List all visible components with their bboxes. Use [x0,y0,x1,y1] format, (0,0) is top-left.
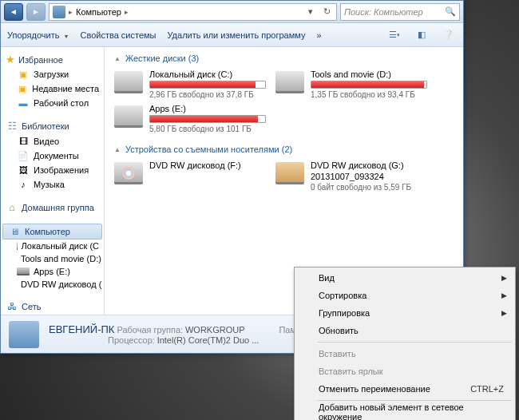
sidebar-homegroup[interactable]: ⌂Домашняя группа [1,200,104,216]
desktop-icon: ▬ [17,97,30,109]
ctx-group[interactable]: Группировка▶ [296,304,513,322]
computer-icon: 🖥 [8,226,21,237]
system-properties-button[interactable]: Свойства системы [80,30,156,40]
ctx-paste-shortcut: Вставить ярлык [296,363,513,380]
drive-icon [17,242,18,250]
view-options-icon[interactable]: ☰▾ [386,27,402,43]
drive-label: DVD RW дисковод (G:) [311,160,427,170]
address-bar[interactable]: ▸ Компьютер ▸ ▾ ↻ [49,3,337,21]
section-hard-drives[interactable]: ▲Жесткие диски (3) [114,53,454,63]
usage-bar [311,81,427,89]
drive-d[interactable]: Tools and movie (D:) 1,35 ГБ свободно из… [275,69,427,99]
usage-bar [149,81,266,89]
sidebar-libraries[interactable]: ☷Библиотеки [1,118,104,134]
sidebar-item-drive-d[interactable]: Tools and movie (D:) [1,252,104,265]
details-computer-name: ЕВГЕНИЙ-ПК [49,323,114,335]
toolbar-overflow[interactable]: » [316,30,321,40]
refresh-icon[interactable]: ↻ [320,6,333,17]
search-input[interactable]: Поиск: Компьютер 🔍 [340,3,460,21]
submenu-arrow-icon: ▶ [501,309,507,317]
help-icon[interactable]: ❔ [441,27,457,43]
search-placeholder: Поиск: Компьютер [344,7,423,17]
computer-icon [9,321,39,348]
homegroup-icon: ⌂ [6,201,18,214]
separator [317,400,512,401]
section-removable[interactable]: ▲Устройства со съемными носителями (2) [114,145,454,154]
submenu-arrow-icon: ▶ [501,274,507,282]
folder-icon: ▣ [17,69,30,80]
context-menu: Вид▶ Сортировка▶ Группировка▶ Обновить В… [294,267,516,420]
back-button[interactable]: ◄ [4,3,23,21]
ctx-undo-rename[interactable]: Отменить переименованиеCTRL+Z [296,380,513,398]
sidebar-item-drive-c[interactable]: Локальный диск (C [1,240,104,252]
sidebar-item-videos[interactable]: 🎞Видео [1,134,104,149]
drive-free-text: 2,96 ГБ свободно из 37,8 ГБ [149,90,266,99]
sidebar-item-drive-e[interactable]: Apps (E:) [1,265,104,278]
drive-f[interactable]: DVD RW дисковод (F:) [114,160,266,192]
drive-free-text: 5,80 ГБ свободно из 101 ГБ [149,125,266,133]
video-icon: 🎞 [17,136,30,147]
ctx-refresh[interactable]: Обновить [296,322,513,339]
document-icon: 📄 [17,150,30,161]
picture-icon: 🖼 [17,164,30,176]
sidebar-network[interactable]: 🖧Сеть [1,299,104,315]
ctx-paste: Вставить [296,345,513,363]
sidebar-item-pictures[interactable]: 🖼Изображения [1,163,104,177]
drive-label: Apps (E:) [149,104,266,113]
dvd-icon [114,162,143,184]
address-dropdown[interactable]: ▾ [304,6,317,17]
chevron-right-icon: ▸ [125,8,129,16]
collapse-icon: ▲ [114,146,121,153]
drive-free-text: 1,35 ГБ свободно из 93,4 ГБ [311,90,427,99]
usage-bar [149,115,266,123]
folder-icon: ▣ [17,83,28,94]
libraries-icon: ☷ [6,120,18,133]
submenu-arrow-icon: ▶ [501,291,507,299]
music-icon: ♪ [17,179,30,190]
uninstall-program-button[interactable]: Удалить или изменить программу [167,30,305,40]
drive-e[interactable]: Apps (E:) 5,80 ГБ свободно из 101 ГБ [114,104,266,133]
dvd-box-icon [275,162,304,184]
drive-label: Локальный диск (C:) [149,69,266,79]
sidebar: ★Избранное ▣Загрузки ▣Недавние места ▬Ра… [1,47,105,315]
ctx-sort[interactable]: Сортировка▶ [296,287,513,304]
drive-free-text: 0 байт свободно из 5,59 ГБ [311,183,427,192]
ctx-view[interactable]: Вид▶ [296,269,513,287]
address-text: Компьютер [76,7,121,17]
sidebar-item-downloads[interactable]: ▣Загрузки [1,67,104,81]
drive-sublabel: 20131007_093324 [311,172,427,181]
drive-icon [275,71,304,93]
drive-g[interactable]: DVD RW дисковод (G:) 20131007_093324 0 б… [275,160,427,192]
drive-icon [114,105,143,128]
drive-icon [114,71,143,93]
drive-icon [17,267,30,275]
star-icon: ★ [6,53,15,65]
chevron-right-icon: ▸ [69,8,73,16]
sidebar-item-documents[interactable]: 📄Документы [1,149,104,163]
drive-label: Tools and movie (D:) [311,69,427,79]
organize-button[interactable]: Упорядочить ▼ [7,30,69,40]
ctx-add-network-location[interactable]: Добавить новый элемент в сетевое окружен… [296,403,513,420]
sidebar-item-dvd[interactable]: DVD RW дисковод ( [1,278,104,291]
collapse-icon: ▲ [114,55,121,62]
preview-pane-icon[interactable]: ◧ [414,27,430,43]
separator [317,342,512,343]
sidebar-item-recent[interactable]: ▣Недавние места [1,81,104,96]
drive-c[interactable]: Локальный диск (C:) 2,96 ГБ свободно из … [114,69,266,99]
sidebar-computer[interactable]: 🖥Компьютер [2,224,102,240]
network-icon: 🖧 [6,300,18,313]
sidebar-favorites[interactable]: ★Избранное [1,52,104,67]
sidebar-item-desktop[interactable]: ▬Рабочий стол [1,96,104,110]
forward-button[interactable]: ► [26,3,46,21]
drive-label: DVD RW дисковод (F:) [149,160,266,170]
computer-icon [53,6,65,18]
sidebar-item-music[interactable]: ♪Музыка [1,177,104,192]
search-icon: 🔍 [445,6,456,17]
titlebar: ◄ ► ▸ Компьютер ▸ ▾ ↻ Поиск: Компьютер 🔍 [1,1,463,23]
toolbar: Упорядочить ▼ Свойства системы Удалить и… [1,23,463,47]
